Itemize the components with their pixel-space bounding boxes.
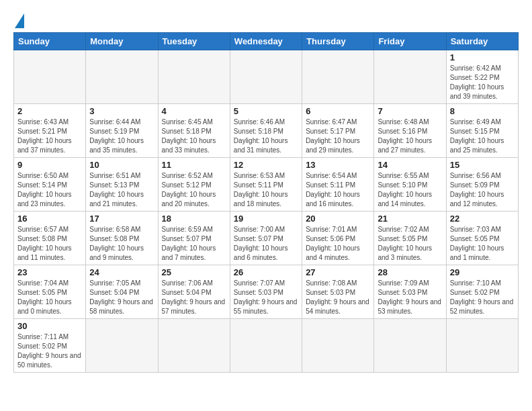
calendar-day-cell: 8Sunrise: 6:49 AM Sunset: 5:15 PM Daylig… — [446, 104, 518, 158]
calendar-day-cell: 19Sunrise: 7:00 AM Sunset: 5:07 PM Dayli… — [230, 212, 302, 265]
calendar-day-cell: 10Sunrise: 6:51 AM Sunset: 5:13 PM Dayli… — [86, 158, 158, 212]
calendar-day-cell: 2Sunrise: 6:43 AM Sunset: 5:21 PM Daylig… — [14, 104, 86, 158]
weekday-header-wednesday: Wednesday — [230, 33, 302, 50]
calendar-day-cell: 1Sunrise: 6:42 AM Sunset: 5:22 PM Daylig… — [446, 50, 518, 104]
day-info: Sunrise: 6:58 AM Sunset: 5:08 PM Dayligh… — [89, 225, 154, 263]
day-number: 13 — [306, 160, 370, 170]
day-number: 7 — [378, 106, 442, 116]
calendar-day-cell: 7Sunrise: 6:48 AM Sunset: 5:16 PM Daylig… — [374, 104, 446, 158]
day-info: Sunrise: 7:09 AM Sunset: 5:03 PM Dayligh… — [378, 279, 442, 316]
calendar-day-cell: 13Sunrise: 6:54 AM Sunset: 5:11 PM Dayli… — [302, 158, 374, 212]
calendar-day-cell: 12Sunrise: 6:53 AM Sunset: 5:11 PM Dayli… — [230, 158, 302, 212]
day-number: 24 — [89, 267, 154, 277]
day-info: Sunrise: 6:54 AM Sunset: 5:11 PM Dayligh… — [306, 171, 370, 209]
calendar-day-cell — [374, 319, 446, 373]
day-info: Sunrise: 6:49 AM Sunset: 5:15 PM Dayligh… — [450, 118, 515, 155]
calendar-week-row: 2Sunrise: 6:43 AM Sunset: 5:21 PM Daylig… — [14, 104, 519, 158]
day-number: 17 — [89, 214, 154, 224]
day-info: Sunrise: 6:56 AM Sunset: 5:09 PM Dayligh… — [450, 171, 515, 209]
calendar-day-cell: 28Sunrise: 7:09 AM Sunset: 5:03 PM Dayli… — [374, 265, 446, 319]
day-number: 27 — [306, 267, 370, 277]
day-number: 28 — [378, 267, 442, 277]
calendar-day-cell: 26Sunrise: 7:07 AM Sunset: 5:03 PM Dayli… — [230, 265, 302, 319]
calendar-day-cell: 17Sunrise: 6:58 AM Sunset: 5:08 PM Dayli… — [86, 212, 158, 265]
weekday-header-thursday: Thursday — [302, 33, 374, 50]
day-number: 20 — [306, 214, 370, 224]
calendar-day-cell: 27Sunrise: 7:08 AM Sunset: 5:03 PM Dayli… — [302, 265, 374, 319]
calendar-day-cell: 4Sunrise: 6:45 AM Sunset: 5:18 PM Daylig… — [158, 104, 230, 158]
logo — [13, 11, 24, 27]
day-info: Sunrise: 6:44 AM Sunset: 5:19 PM Dayligh… — [89, 118, 154, 155]
day-number: 30 — [17, 321, 82, 331]
day-info: Sunrise: 7:10 AM Sunset: 5:02 PM Dayligh… — [450, 279, 515, 316]
day-info: Sunrise: 6:52 AM Sunset: 5:12 PM Dayligh… — [162, 171, 226, 209]
calendar-week-row: 1Sunrise: 6:42 AM Sunset: 5:22 PM Daylig… — [14, 50, 519, 104]
weekday-header-sunday: Sunday — [14, 33, 86, 50]
calendar-day-cell: 6Sunrise: 6:47 AM Sunset: 5:17 PM Daylig… — [302, 104, 374, 158]
calendar-day-cell: 22Sunrise: 7:03 AM Sunset: 5:05 PM Dayli… — [446, 212, 518, 265]
calendar-day-cell: 14Sunrise: 6:55 AM Sunset: 5:10 PM Dayli… — [374, 158, 446, 212]
calendar-day-cell: 29Sunrise: 7:10 AM Sunset: 5:02 PM Dayli… — [446, 265, 518, 319]
calendar-day-cell — [302, 319, 374, 373]
weekday-header-row: SundayMondayTuesdayWednesdayThursdayFrid… — [14, 33, 519, 50]
calendar-day-cell: 15Sunrise: 6:56 AM Sunset: 5:09 PM Dayli… — [446, 158, 518, 212]
day-number: 23 — [17, 267, 82, 277]
day-number: 21 — [378, 214, 442, 224]
day-number: 18 — [162, 214, 226, 224]
day-info: Sunrise: 7:00 AM Sunset: 5:07 PM Dayligh… — [234, 225, 298, 263]
day-number: 5 — [234, 106, 298, 116]
day-number: 25 — [162, 267, 226, 277]
day-info: Sunrise: 7:11 AM Sunset: 5:02 PM Dayligh… — [17, 332, 82, 370]
calendar-day-cell: 9Sunrise: 6:50 AM Sunset: 5:14 PM Daylig… — [14, 158, 86, 212]
day-number: 3 — [89, 106, 154, 116]
weekday-header-monday: Monday — [86, 33, 158, 50]
day-info: Sunrise: 6:47 AM Sunset: 5:17 PM Dayligh… — [306, 118, 370, 155]
day-number: 6 — [306, 106, 370, 116]
calendar-day-cell — [230, 319, 302, 373]
day-info: Sunrise: 6:43 AM Sunset: 5:21 PM Dayligh… — [17, 118, 82, 155]
day-number: 4 — [162, 106, 226, 116]
day-info: Sunrise: 7:08 AM Sunset: 5:03 PM Dayligh… — [306, 279, 370, 316]
day-info: Sunrise: 7:03 AM Sunset: 5:05 PM Dayligh… — [450, 225, 515, 263]
calendar-day-cell: 5Sunrise: 6:46 AM Sunset: 5:18 PM Daylig… — [230, 104, 302, 158]
calendar-week-row: 30Sunrise: 7:11 AM Sunset: 5:02 PM Dayli… — [14, 319, 519, 373]
day-number: 9 — [17, 160, 82, 170]
calendar-day-cell: 20Sunrise: 7:01 AM Sunset: 5:06 PM Dayli… — [302, 212, 374, 265]
day-number: 10 — [89, 160, 154, 170]
day-info: Sunrise: 7:07 AM Sunset: 5:03 PM Dayligh… — [234, 279, 298, 316]
calendar-day-cell — [86, 319, 158, 373]
calendar-day-cell: 21Sunrise: 7:02 AM Sunset: 5:05 PM Dayli… — [374, 212, 446, 265]
day-number: 16 — [17, 214, 82, 224]
day-info: Sunrise: 7:06 AM Sunset: 5:04 PM Dayligh… — [162, 279, 226, 316]
day-number: 29 — [450, 267, 515, 277]
weekday-header-tuesday: Tuesday — [158, 33, 230, 50]
day-info: Sunrise: 7:02 AM Sunset: 5:05 PM Dayligh… — [378, 225, 442, 263]
calendar-week-row: 9Sunrise: 6:50 AM Sunset: 5:14 PM Daylig… — [14, 158, 519, 212]
calendar-day-cell — [374, 50, 446, 104]
calendar-day-cell: 3Sunrise: 6:44 AM Sunset: 5:19 PM Daylig… — [86, 104, 158, 158]
calendar-day-cell: 16Sunrise: 6:57 AM Sunset: 5:08 PM Dayli… — [14, 212, 86, 265]
day-number: 8 — [450, 106, 515, 116]
day-info: Sunrise: 6:55 AM Sunset: 5:10 PM Dayligh… — [378, 171, 442, 209]
calendar-week-row: 23Sunrise: 7:04 AM Sunset: 5:05 PM Dayli… — [14, 265, 519, 319]
calendar-day-cell: 23Sunrise: 7:04 AM Sunset: 5:05 PM Dayli… — [14, 265, 86, 319]
day-info: Sunrise: 6:48 AM Sunset: 5:16 PM Dayligh… — [378, 118, 442, 155]
day-number: 12 — [234, 160, 298, 170]
calendar-day-cell — [14, 50, 86, 104]
day-info: Sunrise: 7:05 AM Sunset: 5:04 PM Dayligh… — [89, 279, 154, 316]
day-info: Sunrise: 6:59 AM Sunset: 5:07 PM Dayligh… — [162, 225, 226, 263]
calendar-week-row: 16Sunrise: 6:57 AM Sunset: 5:08 PM Dayli… — [14, 212, 519, 265]
day-info: Sunrise: 6:53 AM Sunset: 5:11 PM Dayligh… — [234, 171, 298, 209]
day-info: Sunrise: 6:42 AM Sunset: 5:22 PM Dayligh… — [450, 64, 515, 101]
header — [13, 11, 519, 27]
day-number: 15 — [450, 160, 515, 170]
day-info: Sunrise: 6:57 AM Sunset: 5:08 PM Dayligh… — [17, 225, 82, 263]
weekday-header-friday: Friday — [374, 33, 446, 50]
day-number: 1 — [450, 52, 515, 62]
day-info: Sunrise: 6:45 AM Sunset: 5:18 PM Dayligh… — [162, 118, 226, 155]
calendar-day-cell — [446, 319, 518, 373]
calendar-day-cell — [86, 50, 158, 104]
day-number: 19 — [234, 214, 298, 224]
calendar-table: SundayMondayTuesdayWednesdayThursdayFrid… — [13, 32, 519, 373]
calendar-day-cell — [302, 50, 374, 104]
